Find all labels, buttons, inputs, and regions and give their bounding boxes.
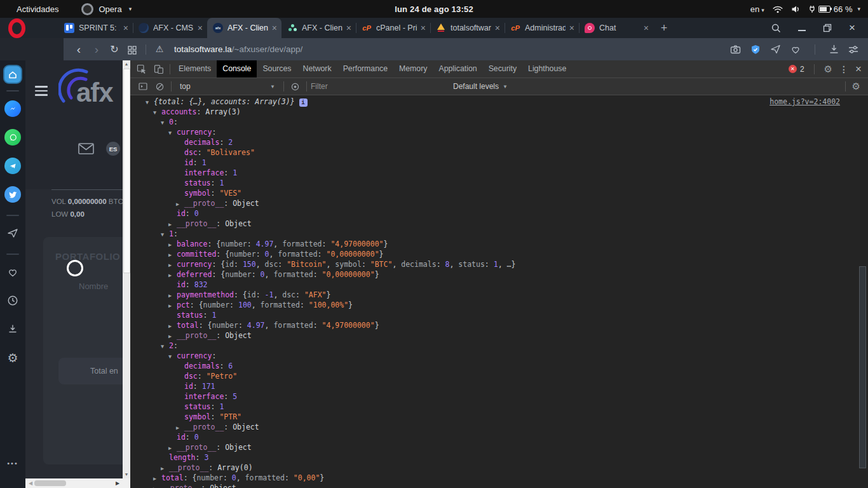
expand-toggle-icon[interactable]: ▶ xyxy=(153,484,161,488)
javascript-context-select[interactable]: top ▼ xyxy=(174,82,281,91)
devtools-tab-performance[interactable]: Performance xyxy=(337,60,393,78)
vpn-shield-icon[interactable] xyxy=(750,44,761,55)
devtools-tab-console[interactable]: Console xyxy=(217,60,257,78)
inspect-element-icon[interactable] xyxy=(133,60,150,78)
expand-toggle-icon[interactable]: ▶ xyxy=(176,423,184,433)
expand-toggle-icon[interactable]: ▶ xyxy=(168,219,177,229)
minimize-button[interactable] xyxy=(798,30,806,31)
my-flow-send-icon[interactable] xyxy=(770,44,781,54)
browser-tab-afx-cliente[interactable]: AFX - Cliente× xyxy=(281,18,356,38)
scrollbar-thumb[interactable] xyxy=(34,480,66,486)
telegram-icon[interactable] xyxy=(4,158,21,174)
expand-toggle-icon[interactable]: ▶ xyxy=(168,443,177,453)
menu-hamburger-icon[interactable] xyxy=(35,86,48,98)
live-expression-eye-icon[interactable] xyxy=(287,78,304,95)
tab-close-icon[interactable]: × xyxy=(122,23,130,33)
snapshot-camera-icon[interactable] xyxy=(730,44,741,54)
scroll-down-icon[interactable]: ▼ xyxy=(123,471,130,478)
devtools-menu-kebab-icon[interactable]: ⋮ xyxy=(839,64,848,74)
bookmarks-heart-icon[interactable] xyxy=(4,264,21,280)
devtools-tab-application[interactable]: Application xyxy=(433,60,482,78)
back-button[interactable]: ‹ xyxy=(70,38,88,60)
messages-envelope-icon[interactable] xyxy=(78,143,94,154)
browser-tab-afx-cms[interactable]: AFX - CMS× xyxy=(133,18,207,38)
volume-icon[interactable] xyxy=(791,5,801,13)
forward-button[interactable]: › xyxy=(88,38,105,60)
close-window-button[interactable]: × xyxy=(849,22,855,34)
speed-dial-home-icon[interactable] xyxy=(4,66,21,83)
devtools-tab-elements[interactable]: Elements xyxy=(173,60,217,78)
easy-setup-sliders-icon[interactable] xyxy=(848,45,858,54)
devtools-tab-lighthouse[interactable]: Lighthouse xyxy=(522,60,572,78)
wifi-icon[interactable] xyxy=(773,5,783,13)
devtools-tab-security[interactable]: Security xyxy=(483,60,522,78)
url-text[interactable]: totalsoftware.la/~afxuser/dev/app/ xyxy=(174,44,302,54)
expand-toggle-icon[interactable]: ▶ xyxy=(161,463,169,473)
expand-toggle-icon[interactable]: ▶ xyxy=(176,199,184,209)
reload-button[interactable]: ↻ xyxy=(105,38,123,60)
browser-tab-afx-cliente[interactable]: afxAFX - Cliente× xyxy=(207,18,281,38)
expand-toggle-icon[interactable]: ▼ xyxy=(161,118,169,128)
expand-toggle-icon[interactable]: ▶ xyxy=(168,290,177,301)
scroll-up-icon[interactable]: ▲ xyxy=(123,60,130,68)
expand-toggle-icon[interactable]: ▼ xyxy=(161,229,169,240)
console-filter-input[interactable] xyxy=(309,81,451,92)
expand-toggle-icon[interactable]: ▼ xyxy=(168,128,177,138)
expand-toggle-icon[interactable]: ▼ xyxy=(161,341,169,351)
tab-close-icon[interactable]: × xyxy=(642,23,650,33)
language-badge[interactable]: ES xyxy=(106,142,120,156)
browser-tab-sprint-5-17-a[interactable]: SPRINT 5: 17 A× xyxy=(58,18,133,38)
tab-close-icon[interactable]: × xyxy=(568,23,576,33)
expand-toggle-icon[interactable]: ▼ xyxy=(168,351,177,362)
expand-toggle-icon[interactable]: ▼ xyxy=(146,97,154,107)
browser-tab-cpanel-princ[interactable]: cPcPanel - Princ× xyxy=(356,18,430,38)
tab-close-icon[interactable]: × xyxy=(271,23,278,33)
expand-toggle-icon[interactable]: ▶ xyxy=(168,301,177,311)
browser-tab-chat[interactable]: Chat× xyxy=(579,18,653,38)
expand-toggle-icon[interactable]: ▶ xyxy=(153,473,161,484)
downloads-icon[interactable] xyxy=(4,321,21,337)
history-clock-icon[interactable] xyxy=(4,292,21,309)
new-tab-button[interactable]: + xyxy=(653,18,675,38)
page-horizontal-scrollbar[interactable]: ◀ ▶ xyxy=(25,478,130,488)
battery-indicator[interactable]: 66 % ▾ xyxy=(809,4,860,14)
clear-console-icon[interactable] xyxy=(151,78,168,95)
bookmark-heart-icon[interactable] xyxy=(790,44,801,54)
opera-logo[interactable] xyxy=(0,18,58,38)
devtools-tab-network[interactable]: Network xyxy=(297,60,337,78)
whatsapp-icon[interactable] xyxy=(4,129,21,146)
log-levels-select[interactable]: Default levels ▼ xyxy=(453,82,508,91)
search-icon[interactable] xyxy=(771,24,781,33)
tab-close-icon[interactable]: × xyxy=(345,23,353,33)
tab-close-icon[interactable]: × xyxy=(419,23,427,33)
site-security-warning-icon[interactable]: ⚠ xyxy=(151,38,168,60)
browser-tab-totalsoftware[interactable]: totalsoftware× xyxy=(430,18,505,38)
tab-close-icon[interactable]: × xyxy=(196,23,204,33)
console-sidebar-toggle-icon[interactable] xyxy=(134,78,151,95)
messenger-icon[interactable] xyxy=(4,100,21,117)
tab-close-icon[interactable]: × xyxy=(494,23,501,33)
scroll-right-icon[interactable]: ▶ xyxy=(114,478,121,488)
expand-toggle-icon[interactable]: ▶ xyxy=(168,240,177,250)
speed-dial-grid-icon[interactable] xyxy=(123,38,141,60)
settings-gear-icon[interactable]: ⚙ xyxy=(4,349,21,366)
scrollbar-thumb[interactable] xyxy=(123,69,130,273)
downloads-icon[interactable] xyxy=(829,44,839,54)
devtools-tab-sources[interactable]: Sources xyxy=(257,60,297,78)
expand-toggle-icon[interactable]: ▶ xyxy=(168,260,177,270)
expand-toggle-icon[interactable]: ▶ xyxy=(168,250,177,260)
clock[interactable]: lun 24 de ago 13:52 xyxy=(395,4,473,14)
console-settings-gear-icon[interactable]: ⚙ xyxy=(852,81,860,92)
opera-app-menu[interactable]: Opera ▾ xyxy=(81,3,132,15)
devtools-close-icon[interactable]: × xyxy=(855,63,862,76)
restore-button[interactable] xyxy=(823,24,832,32)
activities-button[interactable]: Actividades xyxy=(17,4,58,14)
my-flow-icon[interactable] xyxy=(4,225,21,241)
browser-tab-administrado[interactable]: cPAdministrado× xyxy=(505,18,579,38)
devtools-settings-gear-icon[interactable]: ⚙ xyxy=(824,64,832,75)
expand-toggle-icon[interactable]: ▶ xyxy=(168,321,177,331)
expand-toggle-icon[interactable]: ▶ xyxy=(168,270,177,280)
sidebar-more-icon[interactable]: ••• xyxy=(7,459,18,467)
scroll-left-icon[interactable]: ◀ xyxy=(27,478,34,488)
devtools-tab-memory[interactable]: Memory xyxy=(393,60,433,78)
